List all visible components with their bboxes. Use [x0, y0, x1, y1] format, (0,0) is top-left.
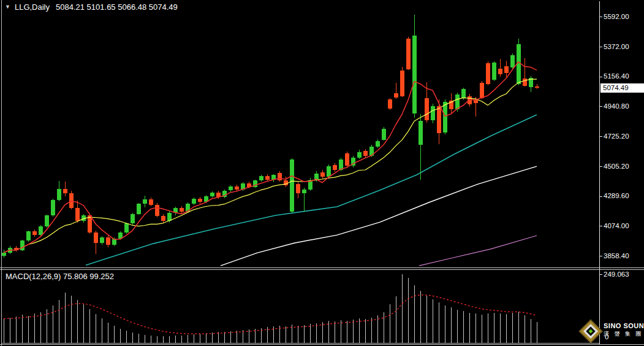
current-price-box: 5074.49 [600, 83, 644, 93]
candle [431, 106, 435, 121]
candle [32, 231, 37, 235]
candle [455, 94, 460, 109]
candle [523, 79, 527, 86]
candle [327, 166, 331, 177]
candle [131, 214, 135, 223]
macd-axis-max-label: 249.063 [604, 271, 629, 278]
candle [388, 99, 392, 109]
chart-title: ▼LLG,Daily5084.21 5101.65 5066.48 5074.4… [5, 2, 178, 12]
ma-line-teal [86, 115, 537, 265]
candle [480, 83, 484, 98]
candle [235, 186, 239, 190]
chart-window: ▼LLG,Daily5084.21 5101.65 5066.48 5074.4… [0, 0, 644, 346]
symbol-period-label: LLG,Daily [15, 2, 50, 12]
candle [400, 71, 404, 96]
candle [320, 172, 325, 177]
candle [357, 152, 362, 158]
price-axis-label: 4725.20 [604, 133, 629, 140]
candle [198, 199, 202, 202]
candle [443, 102, 447, 133]
candle [100, 237, 104, 243]
candle [259, 176, 263, 180]
candle [504, 66, 509, 73]
candle [51, 200, 55, 215]
price-chart-canvas[interactable] [0, 0, 644, 346]
candle [45, 215, 49, 226]
candle [75, 208, 80, 221]
candle [180, 208, 184, 212]
candle [124, 223, 129, 233]
candle [498, 69, 502, 74]
candle [192, 199, 196, 204]
candle [149, 199, 153, 205]
candle [486, 63, 490, 84]
candle [376, 141, 380, 147]
candle [2, 253, 6, 256]
candle [161, 216, 165, 221]
ma-line-red [4, 62, 537, 253]
symbol-dropdown-arrow-icon[interactable]: ▼ [5, 4, 10, 10]
candle [94, 233, 98, 243]
price-axis-label: 4074.00 [604, 222, 629, 230]
candle [265, 176, 270, 180]
candle [278, 173, 282, 180]
candle [63, 189, 67, 193]
price-axis-label: 5592.00 [604, 13, 629, 21]
candle [57, 189, 61, 201]
ohlc-values: 5084.21 5101.65 5066.48 5074.49 [56, 2, 178, 12]
candles[interactable] [2, 15, 539, 258]
candle [345, 153, 349, 166]
logo-text-en: SINO SOUND [604, 322, 644, 329]
ma-line-magenta [419, 236, 537, 266]
logo-text-cn: 漢 聲 集 團 [604, 330, 644, 338]
price-axis-label: 5156.40 [604, 72, 629, 80]
candle [437, 106, 441, 133]
candle [229, 186, 233, 191]
price-ma-lines [4, 62, 537, 253]
candle [69, 193, 74, 208]
macd-indicator-label: MACD(12,26,9) 75.806 99.252 [6, 272, 114, 281]
candle [137, 204, 141, 213]
candle [425, 98, 429, 120]
candle [535, 87, 539, 88]
price-axis-label: 4940.80 [604, 102, 629, 110]
macd-histogram [4, 274, 537, 343]
candle [406, 39, 411, 69]
candle [106, 237, 110, 245]
candle [210, 193, 214, 196]
candle [363, 151, 368, 156]
candle [155, 205, 159, 216]
price-axis-label: 4289.60 [604, 192, 629, 200]
candle [461, 89, 466, 98]
candle [382, 129, 386, 140]
logo-diamond-icon [580, 321, 601, 342]
candle [492, 63, 496, 80]
candle [510, 55, 515, 67]
candle [290, 160, 294, 212]
overlay-ma-lines [86, 115, 537, 266]
candle [26, 231, 31, 240]
candle [143, 199, 147, 204]
candle [39, 226, 43, 235]
candle [394, 93, 398, 98]
candle [302, 190, 306, 194]
price-axis-label: 5372.00 [604, 43, 629, 51]
candle [333, 165, 337, 170]
candle [296, 184, 300, 193]
candle [412, 36, 417, 113]
sino-sound-logo: SINO SOUND 漢 聲 集 團 [579, 320, 644, 344]
candle [419, 121, 423, 145]
price-axis-label: 4505.20 [604, 163, 629, 171]
price-axis-label: 3858.40 [604, 252, 629, 260]
